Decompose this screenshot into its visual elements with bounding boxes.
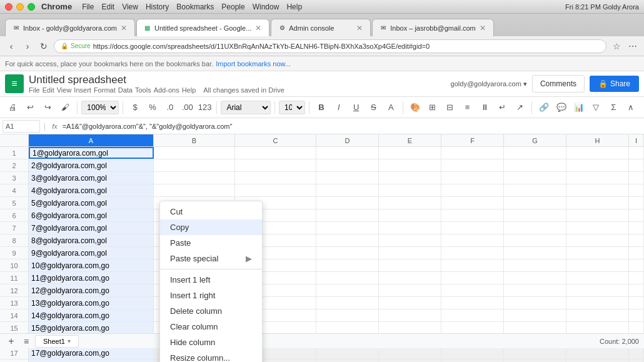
tab-admin-close[interactable]: ✕ — [355, 23, 364, 34]
sheets-list-button[interactable]: ≡ — [20, 335, 33, 348]
cell-f9[interactable] — [441, 247, 504, 259]
cell-c2[interactable] — [235, 159, 316, 171]
cell-e4[interactable] — [379, 184, 441, 196]
cell-d17[interactable] — [316, 347, 379, 359]
cell-a7[interactable]: 7@goldyarora.com,gol — [29, 222, 154, 234]
cell-i6[interactable] — [629, 209, 644, 221]
print-button[interactable]: 🖨 — [5, 99, 21, 116]
cell-d9[interactable] — [316, 247, 379, 259]
cell-f17[interactable] — [441, 347, 504, 359]
menu-data-sheets[interactable]: Data — [118, 86, 133, 94]
cell-f10[interactable] — [441, 259, 504, 271]
cell-g4[interactable] — [504, 184, 566, 196]
cell-i18[interactable] — [629, 359, 644, 362]
cell-h7[interactable] — [566, 222, 629, 234]
context-menu-item-delete-column[interactable]: Delete column — [160, 303, 262, 319]
cell-a1[interactable]: 1@goldyarora.com,gol — [29, 147, 154, 159]
menu-view[interactable]: View — [118, 3, 142, 11]
col-header-c[interactable]: C — [235, 134, 316, 146]
tab-gmail[interactable]: ✉ Inbox - goldy@goldyarora.com ✕ — [5, 19, 135, 36]
menu-help-sheets[interactable]: Help — [182, 86, 196, 94]
add-sheet-button[interactable]: + — [5, 335, 18, 348]
cell-d14[interactable] — [316, 309, 379, 321]
cell-h15[interactable] — [566, 322, 629, 334]
cell-a15[interactable]: 15@goldyarora.com,go — [29, 322, 154, 334]
cell-reference-input[interactable] — [3, 120, 40, 133]
underline-button[interactable]: U — [348, 99, 365, 116]
cell-h11[interactable] — [566, 272, 629, 284]
col-header-a[interactable]: A — [29, 134, 154, 146]
percent-button[interactable]: % — [144, 99, 161, 116]
cell-d7[interactable] — [316, 222, 379, 234]
cell-i10[interactable] — [629, 259, 644, 271]
cell-f13[interactable] — [441, 297, 504, 309]
tab-sheets-close[interactable]: ✕ — [254, 23, 263, 34]
cell-g11[interactable] — [504, 272, 566, 284]
text-color-button[interactable]: A — [383, 99, 399, 116]
cell-e9[interactable] — [379, 247, 441, 259]
cell-h9[interactable] — [566, 247, 629, 259]
more-button[interactable]: ∧ — [623, 99, 639, 116]
cell-g6[interactable] — [504, 209, 566, 221]
font-size-select[interactable]: 10 — [279, 101, 305, 114]
merge-button[interactable]: ⊟ — [442, 99, 458, 116]
cell-f6[interactable] — [441, 209, 504, 221]
cell-f11[interactable] — [441, 272, 504, 284]
col-header-e[interactable]: E — [379, 134, 441, 146]
cell-h3[interactable] — [566, 172, 629, 184]
chart-button[interactable]: 📊 — [571, 99, 587, 116]
cell-i15[interactable] — [629, 322, 644, 334]
cell-e5[interactable] — [379, 197, 441, 209]
menu-file-sheets[interactable]: File — [29, 86, 40, 94]
context-menu-item-paste[interactable]: Paste — [160, 235, 262, 251]
align-left-button[interactable]: ≡ — [460, 99, 476, 116]
cell-i3[interactable] — [629, 172, 644, 184]
col-header-g[interactable]: G — [504, 134, 566, 146]
cell-e6[interactable] — [379, 209, 441, 221]
cell-d18[interactable] — [316, 359, 379, 362]
italic-button[interactable]: I — [331, 99, 347, 116]
cell-e18[interactable] — [379, 359, 441, 362]
cell-i11[interactable] — [629, 272, 644, 284]
col-header-f[interactable]: F — [441, 134, 504, 146]
col-header-h[interactable]: H — [566, 134, 629, 146]
context-menu-item-resize-column...[interactable]: Resize column... — [160, 350, 262, 362]
cell-a4[interactable]: 4@goldyarora.com,gol — [29, 184, 154, 196]
cell-i12[interactable] — [629, 284, 644, 296]
cell-i14[interactable] — [629, 309, 644, 321]
cell-e1[interactable] — [379, 147, 441, 159]
cell-g17[interactable] — [504, 347, 566, 359]
cell-f15[interactable] — [441, 322, 504, 334]
cell-h6[interactable] — [566, 209, 629, 221]
forward-button[interactable]: › — [21, 40, 34, 53]
cell-h2[interactable] — [566, 159, 629, 171]
cell-g8[interactable] — [504, 234, 566, 246]
valign-button[interactable]: ⏸ — [476, 99, 493, 116]
cell-e15[interactable] — [379, 322, 441, 334]
cell-f18[interactable] — [441, 359, 504, 362]
paint-format-button[interactable]: 🖌 — [57, 99, 73, 116]
wrap-button[interactable]: ↵ — [494, 99, 510, 116]
cell-f3[interactable] — [441, 172, 504, 184]
more-options-icon[interactable]: ⋯ — [626, 40, 639, 53]
cell-f14[interactable] — [441, 309, 504, 321]
cell-i4[interactable] — [629, 184, 644, 196]
cell-d10[interactable] — [316, 259, 379, 271]
comment-button[interactable]: 💬 — [553, 99, 570, 116]
menu-help[interactable]: Help — [283, 3, 306, 11]
menu-edit[interactable]: Edit — [98, 3, 118, 11]
strikethrough-button[interactable]: S — [365, 99, 381, 116]
cell-f7[interactable] — [441, 222, 504, 234]
tab-sheets[interactable]: ▦ Untitled spreadsheet - Google... ✕ — [136, 19, 269, 36]
menu-addons-sheets[interactable]: Add-ons — [154, 86, 179, 94]
cell-h14[interactable] — [566, 309, 629, 321]
cell-a12[interactable]: 12@goldyarora.com,go — [29, 284, 154, 296]
cell-e7[interactable] — [379, 222, 441, 234]
formula-input[interactable] — [63, 120, 641, 133]
cell-g18[interactable] — [504, 359, 566, 362]
cell-f1[interactable] — [441, 147, 504, 159]
maximize-button[interactable] — [28, 3, 35, 11]
currency-button[interactable]: $ — [127, 99, 143, 116]
cell-a3[interactable]: 3@goldyarora.com,gol — [29, 172, 154, 184]
cell-a11[interactable]: 11@goldyarora.com,go — [29, 272, 154, 284]
